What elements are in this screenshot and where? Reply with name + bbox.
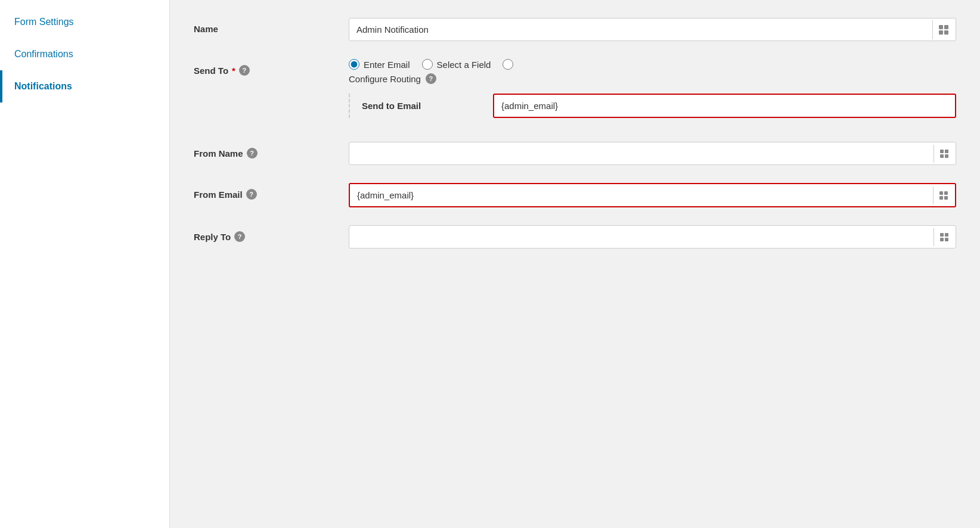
page-wrapper: Form Settings Confirmations Notification… [0, 0, 980, 528]
from-email-input-wrapper [349, 183, 956, 207]
reply-to-merge-tags-icon[interactable] [934, 228, 956, 246]
reply-to-input[interactable] [349, 226, 934, 248]
name-label-text: Name [194, 24, 218, 34]
svg-rect-1 [944, 25, 948, 29]
configure-routing-radio[interactable] [503, 59, 513, 70]
select-field-radio[interactable] [422, 59, 433, 70]
configure-routing-label: Configure Routing [349, 74, 421, 84]
reply-to-row: Reply To ? [194, 225, 956, 249]
from-name-label: From Name ? [194, 142, 349, 159]
send-to-email-row: Send to Email [362, 94, 956, 118]
svg-rect-15 [945, 238, 948, 241]
send-to-control-area: Enter Email Select a Field Configure Rou… [349, 59, 956, 124]
sidebar: Form Settings Confirmations Notification… [0, 0, 170, 528]
enter-email-radio[interactable] [349, 59, 359, 70]
svg-rect-8 [939, 191, 943, 195]
send-to-email-section: Send to Email [349, 94, 956, 118]
send-to-label-text: Send To [194, 66, 228, 76]
from-email-label: From Email ? [194, 183, 349, 200]
name-input-wrapper [349, 18, 956, 41]
reply-to-label: Reply To ? [194, 225, 349, 242]
select-field-option[interactable]: Select a Field [422, 59, 491, 70]
svg-rect-13 [945, 233, 948, 237]
from-name-merge-tags-icon[interactable] [934, 145, 956, 163]
name-input[interactable] [349, 18, 932, 41]
name-merge-tags-icon[interactable] [932, 20, 956, 39]
send-to-radio-group: Enter Email Select a Field [349, 59, 956, 70]
from-email-help-icon[interactable]: ? [246, 189, 257, 200]
svg-rect-9 [944, 191, 948, 195]
send-to-email-label: Send to Email [362, 101, 481, 111]
configure-routing-radio-option[interactable] [503, 59, 513, 70]
svg-rect-14 [940, 238, 944, 241]
name-control-area [349, 18, 956, 41]
svg-rect-2 [939, 30, 943, 35]
sidebar-item-confirmations[interactable]: Confirmations [0, 38, 169, 70]
configure-routing-row: Configure Routing ? [349, 73, 956, 84]
from-email-input[interactable] [350, 184, 933, 206]
svg-rect-12 [940, 233, 944, 237]
svg-rect-4 [940, 150, 944, 153]
svg-rect-0 [939, 25, 943, 29]
from-name-label-text: From Name [194, 148, 243, 159]
from-email-label-text: From Email [194, 190, 243, 200]
enter-email-label: Enter Email [364, 60, 410, 70]
svg-rect-6 [940, 154, 944, 158]
svg-rect-5 [945, 150, 948, 153]
svg-rect-10 [939, 196, 943, 200]
send-to-row: Send To * ? Enter Email Select a Field [194, 59, 956, 124]
send-to-label: Send To * ? [194, 59, 349, 76]
sidebar-item-notifications[interactable]: Notifications [0, 70, 169, 103]
send-to-required-star: * [232, 66, 235, 76]
select-field-label: Select a Field [437, 60, 491, 70]
name-row: Name [194, 18, 956, 41]
sidebar-item-form-settings[interactable]: Form Settings [0, 6, 169, 38]
name-label: Name [194, 18, 349, 34]
from-email-control-area [349, 183, 956, 207]
reply-to-input-wrapper [349, 225, 956, 249]
from-email-merge-tags-icon[interactable] [933, 187, 955, 204]
from-name-row: From Name ? [194, 142, 956, 165]
send-to-help-icon[interactable]: ? [239, 65, 250, 76]
enter-email-option[interactable]: Enter Email [349, 59, 410, 70]
from-name-input[interactable] [349, 142, 934, 164]
main-content: Name Send T [170, 0, 980, 528]
reply-to-label-text: Reply To [194, 232, 231, 242]
send-to-email-input[interactable] [493, 94, 956, 118]
svg-rect-7 [945, 154, 948, 158]
svg-rect-3 [944, 30, 948, 35]
configure-routing-help-icon[interactable]: ? [426, 73, 436, 84]
from-email-row: From Email ? [194, 183, 956, 207]
from-name-input-wrapper [349, 142, 956, 165]
from-name-control-area [349, 142, 956, 165]
from-name-help-icon[interactable]: ? [247, 148, 258, 159]
reply-to-control-area [349, 225, 956, 249]
reply-to-help-icon[interactable]: ? [234, 231, 245, 242]
svg-rect-11 [944, 196, 948, 200]
